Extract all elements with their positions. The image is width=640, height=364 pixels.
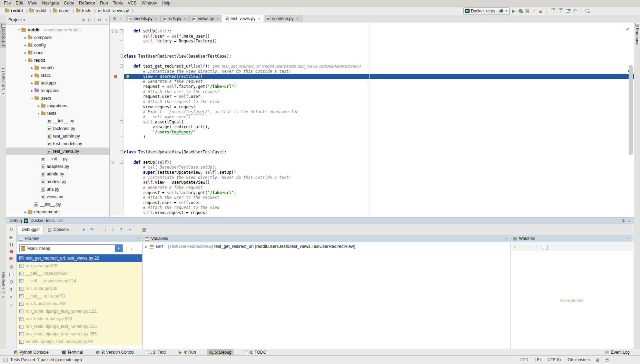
fold-marker-icon[interactable]: − bbox=[120, 64, 123, 68]
menu-refactor[interactable]: Refactor bbox=[77, 0, 98, 7]
frame-up-icon[interactable]: ↑ bbox=[126, 246, 128, 251]
code-line[interactable]: view.request = request bbox=[110, 104, 634, 110]
breadcrumb-item[interactable]: reddit bbox=[29, 8, 46, 13]
bug-icon[interactable] bbox=[209, 351, 213, 354]
tree-item--init-py[interactable]: __init__.py bbox=[6, 155, 109, 163]
tool-button-database[interactable]: Database bbox=[634, 21, 640, 47]
fold-marker-icon[interactable]: ⌐ bbox=[120, 135, 123, 138]
caret-position[interactable]: 22:1 bbox=[520, 357, 528, 362]
resume-icon[interactable]: ▶ bbox=[10, 235, 13, 239]
coverage-icon[interactable]: ▦ bbox=[525, 9, 530, 13]
editor-scrollbar[interactable] bbox=[629, 65, 633, 155]
tab-common-py[interactable]: common.py✕ bbox=[264, 15, 302, 22]
tree-item-migrations[interactable]: ▶migrations bbox=[6, 102, 109, 110]
tree-item--init-py[interactable]: __init__.py bbox=[6, 201, 109, 208]
code-line[interactable]: self.view = UserUpdateView() bbox=[110, 180, 634, 185]
menu-file[interactable]: File bbox=[1, 0, 13, 7]
breadcrumb-item[interactable]: reddit bbox=[5, 8, 23, 13]
status-message[interactable]: Tests Passed: 7 passed (a minute ago) bbox=[10, 357, 82, 362]
local-history-icon[interactable] bbox=[566, 9, 570, 13]
code-line[interactable]: # self.make_user() bbox=[110, 114, 634, 120]
tree-item-reddit[interactable]: ▼reddit bbox=[6, 57, 109, 64]
git-branch-select[interactable]: Git: master▴▾ bbox=[568, 357, 590, 362]
breadcrumb-item[interactable]: tests bbox=[76, 8, 91, 13]
chevron-right-icon[interactable]: ▶ bbox=[30, 89, 35, 92]
close-icon[interactable]: ✕ bbox=[258, 17, 260, 21]
gear-blue-icon[interactable]: ⚙ bbox=[9, 280, 13, 284]
tree-item-factories-py[interactable]: factories.py bbox=[6, 125, 109, 132]
gutter-cell[interactable] bbox=[110, 49, 124, 54]
tree-item-admin-py[interactable]: admin.py bbox=[6, 170, 109, 178]
help-icon[interactable]: ? bbox=[10, 303, 12, 307]
gutter-cell[interactable] bbox=[110, 165, 124, 170]
gutter-cell[interactable]: − bbox=[110, 64, 124, 69]
tree-item-templates[interactable]: ▶templates bbox=[6, 87, 109, 94]
gutter-cell[interactable] bbox=[110, 205, 124, 210]
frame-row[interactable]: run, tcunittest.py:259 bbox=[17, 300, 142, 307]
code-line[interactable]: super(TestUserUpdateView, self).setUp() bbox=[110, 170, 634, 175]
code-line[interactable]: ↑↓− def setUp(self): bbox=[110, 29, 634, 34]
terminal-icon[interactable] bbox=[62, 351, 66, 354]
thread-selector[interactable]: MainThread ▼ bbox=[19, 244, 123, 252]
step-over-icon[interactable]: ↷ bbox=[90, 227, 94, 232]
vcs-up-icon[interactable]: VCS↑ bbox=[559, 8, 563, 14]
code-line[interactable] bbox=[110, 59, 634, 64]
gear-icon[interactable]: ⚙ bbox=[113, 16, 117, 21]
tree-item--init-py[interactable]: __init__.py bbox=[6, 117, 109, 125]
copy-icon[interactable] bbox=[543, 245, 547, 249]
code-line[interactable]: ⌐ self.factory = RequestFactory() bbox=[110, 39, 634, 44]
code-line[interactable] bbox=[110, 49, 634, 54]
gutter-cell[interactable] bbox=[110, 84, 124, 89]
breadcrumb-item[interactable]: users bbox=[53, 8, 70, 13]
frame-row[interactable]: run_suite, django_test_runner.py:151 bbox=[17, 307, 142, 315]
force-step-icon[interactable]: ↧ bbox=[111, 227, 115, 232]
code-line[interactable]: request = self.factory.get('/fake-url') bbox=[110, 190, 634, 195]
breakpoints-icon[interactable] bbox=[9, 257, 13, 261]
gutter-cell[interactable] bbox=[110, 59, 124, 64]
fold-marker-icon[interactable]: − bbox=[120, 54, 123, 58]
tab-models-py[interactable]: models.py✕ bbox=[125, 15, 161, 22]
tree-item-adapters-py[interactable]: adapters.py bbox=[6, 163, 109, 170]
frame-row[interactable]: __call__, suite.py:70 bbox=[17, 292, 142, 300]
gutter-cell[interactable] bbox=[110, 195, 124, 200]
encoding-select[interactable]: UTF-8▴▾ bbox=[548, 357, 561, 362]
tree-item-models-py[interactable]: models.py bbox=[6, 178, 109, 185]
inspection-ok-icon[interactable]: ✔ bbox=[626, 27, 630, 32]
gutter-cell[interactable] bbox=[110, 175, 124, 180]
code-line[interactable]: − self.assertEqual( bbox=[110, 120, 634, 125]
code-line[interactable]: −class TestUserRedirectView(BaseUserTest… bbox=[110, 54, 634, 59]
gutter-cell[interactable] bbox=[110, 180, 124, 185]
breadcrumb-item[interactable]: test_views.py bbox=[98, 8, 129, 13]
frame-row[interactable]: __call__, case.py:393 bbox=[17, 270, 142, 277]
gutter-cell[interactable] bbox=[110, 124, 124, 130]
code-line[interactable]: # Generate a fake request bbox=[110, 79, 634, 84]
tree-item-compose[interactable]: ▶compose bbox=[6, 34, 109, 41]
line-ending-select[interactable]: LF▴▾ bbox=[534, 357, 541, 362]
code-line[interactable]: request.user = self.user bbox=[110, 94, 634, 99]
run-configuration-select[interactable]: dj Docker: tests - all ▼ bbox=[463, 7, 510, 15]
menu-edit[interactable]: Edit bbox=[13, 0, 26, 7]
tree-item-test-views-py[interactable]: test_views.py bbox=[6, 148, 109, 155]
hector-icon[interactable] bbox=[605, 358, 609, 362]
gutter-cell[interactable] bbox=[110, 185, 124, 190]
code-line[interactable]: − def test_get_redirect_url(self): self:… bbox=[110, 64, 634, 69]
chevron-down-icon[interactable]: ▼ bbox=[22, 18, 27, 22]
vcs-down-icon[interactable]: VCS↓ bbox=[551, 8, 555, 14]
code-line[interactable]: # Generate a fake request bbox=[110, 185, 634, 190]
frame-down-icon[interactable]: ↓ bbox=[130, 246, 132, 251]
code-line[interactable]: # Attach the request to the view bbox=[110, 205, 634, 210]
tool-button-favorites[interactable]: 2: Favorites★ bbox=[0, 270, 6, 300]
chevron-right-icon[interactable]: ▶ bbox=[30, 67, 35, 70]
tree-item-test-models-py[interactable]: test_models.py bbox=[6, 140, 109, 148]
gutter-cell[interactable] bbox=[110, 170, 124, 175]
tree-item-test-admin-py[interactable]: test_admin.py bbox=[6, 132, 109, 140]
chevron-down-icon[interactable]: ▼ bbox=[30, 97, 35, 100]
pause-icon[interactable] bbox=[10, 243, 13, 246]
override-down-icon[interactable]: ↓ bbox=[115, 29, 118, 33]
menu-view[interactable]: View bbox=[26, 0, 40, 7]
toolwindow-button-terminal[interactable]: Terminal bbox=[60, 349, 85, 356]
project-panel-header[interactable]: Project ▼ ⊕⊟⚙⇥ bbox=[6, 15, 109, 25]
code-line[interactable]: request = self.factory.get('/fake-url') bbox=[110, 84, 634, 89]
menu-navigate[interactable]: Navigate bbox=[40, 0, 61, 7]
evaluate-icon[interactable]: ▦ bbox=[142, 227, 146, 232]
